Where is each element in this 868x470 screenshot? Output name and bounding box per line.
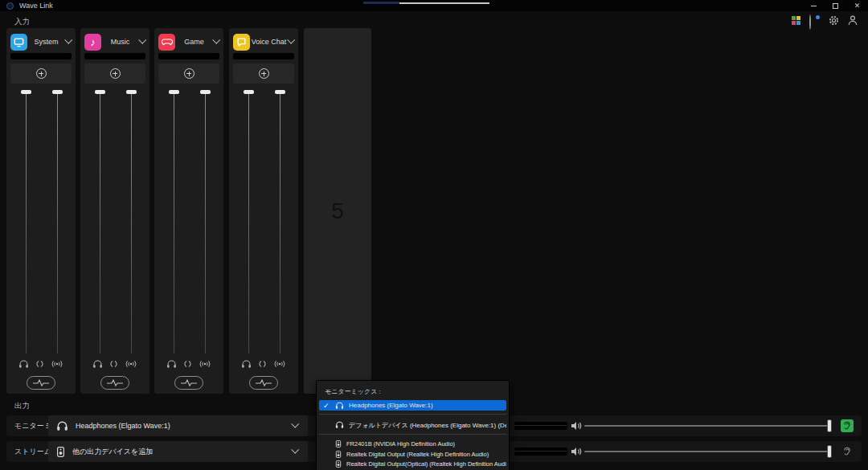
plus-icon	[110, 68, 121, 79]
headphones-icon	[335, 402, 344, 410]
channel-strip: ♪ Music	[80, 28, 149, 394]
device-menu-item[interactable]: ✓ Realtek Digital Output (Realtek High D…	[319, 449, 506, 459]
channel-source-dropdown[interactable]: Game	[158, 32, 221, 51]
device-menu-item[interactable]: ✓ Realtek Digital Output(Optical) (Realt…	[319, 459, 506, 468]
channel-strip: Voice Chat	[229, 28, 298, 394]
speaker-device-icon	[335, 440, 342, 448]
fader-handle[interactable]	[200, 90, 211, 94]
waveform-icon	[256, 379, 272, 387]
add-effect-button[interactable]	[233, 63, 294, 84]
effects-button[interactable]	[174, 376, 203, 390]
add-effect-button[interactable]	[84, 63, 145, 84]
stream-mix-fader[interactable]	[126, 90, 137, 354]
ear-icon	[843, 421, 851, 431]
close-button[interactable]: ✕	[846, 0, 868, 11]
settings-button[interactable]	[829, 15, 839, 26]
headphones-icon	[18, 360, 29, 369]
headphones-monitor-toggle[interactable]	[241, 360, 252, 369]
monitor-mix-fader[interactable]	[169, 90, 179, 354]
channel-source-dropdown[interactable]: Voice Chat	[233, 32, 296, 51]
chevron-down-icon	[291, 446, 299, 454]
headphones-monitor-toggle[interactable]	[92, 360, 103, 369]
stream-toggle[interactable]	[51, 360, 63, 368]
maximize-button[interactable]	[825, 0, 846, 11]
fader-handle[interactable]	[126, 90, 137, 94]
output-device-select[interactable]: Headphones (Elgato Wave:1)	[48, 415, 308, 436]
output-device-select[interactable]: 他の出力デバイスを追加	[48, 441, 308, 462]
channel-icon	[10, 34, 27, 51]
check-icon: ✓	[323, 402, 330, 410]
monitor-ear-button[interactable]	[841, 445, 854, 458]
fader-handle[interactable]	[95, 90, 105, 94]
fader-track	[100, 92, 100, 354]
stream-mix-fader[interactable]	[200, 90, 211, 354]
account-button[interactable]	[848, 15, 858, 26]
discover-icon	[809, 15, 820, 26]
device-menu-item-label: デフォルトデバイス (Headphones (Elgato Wave:1) (D…	[349, 421, 506, 430]
channel-source-dropdown[interactable]: ♪ Music	[84, 32, 147, 51]
marketplace-button[interactable]	[792, 16, 800, 25]
maximize-icon	[833, 3, 838, 9]
fader-handle[interactable]	[244, 90, 254, 94]
monitor-mix-fader[interactable]	[21, 90, 31, 354]
device-menu-item[interactable]: ✓ FR2401B (NVIDIA High Definition Audio)	[319, 434, 506, 449]
plus-icon	[259, 68, 269, 79]
headphones-icon	[335, 421, 344, 429]
minimize-button[interactable]	[803, 0, 825, 11]
stream-toggle[interactable]	[125, 360, 137, 368]
volume-slider-handle[interactable]	[827, 445, 832, 458]
device-menu-item[interactable]: ✓ デフォルトデバイス (Headphones (Elgato Wave:1) …	[319, 414, 506, 431]
headphones-icon	[166, 360, 177, 369]
channel-source-dropdown[interactable]: System	[10, 32, 73, 51]
speaker-device-icon	[335, 460, 342, 468]
stream-toggle[interactable]	[199, 360, 211, 368]
stream-mix-fader[interactable]	[52, 90, 63, 354]
add-effect-button[interactable]	[10, 63, 72, 84]
channel-icon	[158, 34, 175, 51]
device-menu-item[interactable]: ✓ Headphones (Elgato Wave:1)	[319, 400, 506, 411]
link-icon	[183, 360, 192, 368]
stream-toggle[interactable]	[273, 360, 286, 368]
device-popup-menu: モニターミックス : ✓ Headphones (Elgato Wave:1) …	[316, 380, 510, 470]
popup-header: モニターミックス :	[325, 387, 501, 396]
headphones-monitor-toggle[interactable]	[166, 360, 177, 369]
fader-handle[interactable]	[169, 90, 179, 94]
channel-level-meter	[158, 53, 219, 59]
chevron-down-icon	[138, 36, 146, 44]
link-faders-toggle[interactable]	[109, 360, 118, 368]
discover-button[interactable]	[809, 15, 820, 26]
fader-handle[interactable]	[21, 90, 31, 94]
chevron-down-icon	[64, 36, 72, 44]
fader-track	[174, 92, 174, 354]
monitor-ear-button[interactable]	[841, 419, 854, 432]
effects-button[interactable]	[100, 376, 129, 390]
fader-handle[interactable]	[275, 90, 285, 94]
plus-icon	[184, 68, 194, 79]
speaker-icon	[571, 447, 582, 456]
device-menu-item-label: Realtek Digital Output (Realtek High Def…	[346, 451, 489, 458]
effects-button[interactable]	[27, 376, 55, 390]
link-faders-toggle[interactable]	[183, 360, 192, 368]
stream-mix-fader[interactable]	[275, 90, 285, 354]
channel-name: Game	[175, 38, 213, 46]
volume-slider-handle[interactable]	[827, 419, 832, 432]
empty-channel-slot[interactable]: 5	[304, 28, 371, 394]
background-window-edge	[363, 2, 399, 4]
window-title: Wave Link	[19, 2, 53, 10]
monitor-mix-fader[interactable]	[244, 90, 254, 354]
chevron-down-icon	[291, 420, 299, 428]
effects-button[interactable]	[249, 376, 278, 390]
speaker-icon	[571, 421, 582, 431]
output-volume-slider[interactable]	[584, 451, 830, 452]
link-faders-toggle[interactable]	[35, 360, 44, 368]
headphones-icon	[56, 421, 68, 431]
monitor-mix-fader[interactable]	[95, 90, 105, 354]
link-faders-toggle[interactable]	[258, 360, 267, 368]
headphones-monitor-toggle[interactable]	[18, 360, 29, 369]
channel-level-meter	[10, 53, 72, 59]
fader-handle[interactable]	[52, 90, 63, 94]
output-volume-slider[interactable]	[584, 425, 830, 427]
add-effect-button[interactable]	[158, 63, 219, 84]
link-icon	[109, 360, 118, 368]
fader-track	[205, 92, 206, 354]
